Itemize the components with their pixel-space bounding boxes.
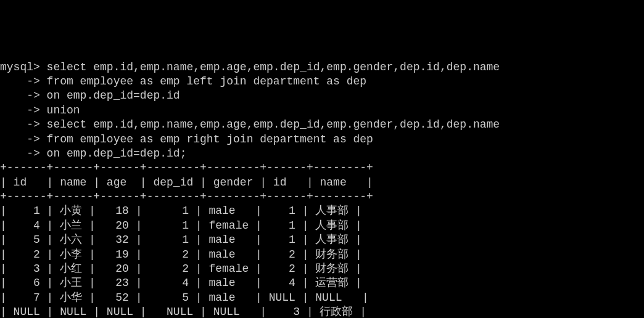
table-border-mid: +------+------+------+--------+--------+… [0, 190, 373, 203]
table-row: | NULL | NULL | NULL | NULL | NULL | 3 |… [0, 306, 366, 318]
continuation-prompt: -> [0, 75, 40, 88]
terminal-output: mysql> select emp.id,emp.name,emp.age,em… [0, 60, 644, 318]
continuation-prompt: -> [0, 133, 40, 145]
query-line-6: from employee as emp right join departme… [40, 133, 373, 145]
table-row: | 1 | 小黄 | 18 | 1 | male | 1 | 人事部 | [0, 205, 362, 217]
table-row: | 6 | 小王 | 23 | 4 | male | 4 | 运营部 | [0, 277, 362, 289]
continuation-prompt: -> [0, 147, 40, 160]
continuation-prompt: -> [0, 104, 40, 116]
table-row: | 7 | 小华 | 52 | 5 | male | NULL | NULL | [0, 292, 369, 304]
table-row: | 4 | 小兰 | 20 | 1 | female | 1 | 人事部 | [0, 219, 362, 232]
table-header-row: | id | name | age | dep_id | gender | id… [0, 176, 373, 189]
table-row: | 3 | 小红 | 20 | 2 | female | 2 | 财务部 | [0, 263, 362, 275]
mysql-prompt: mysql> [0, 61, 40, 73]
query-line-3: on emp.dep_id=dep.id [40, 89, 180, 102]
table-row: | 5 | 小六 | 32 | 1 | male | 1 | 人事部 | [0, 234, 362, 246]
query-line-5: select emp.id,emp.name,emp.age,emp.dep_i… [40, 118, 500, 131]
query-line-7: on emp.dep_id=dep.id; [40, 147, 187, 160]
continuation-prompt: -> [0, 89, 40, 102]
query-line-2: from employee as emp left join departmen… [40, 75, 366, 88]
continuation-prompt: -> [0, 118, 40, 131]
table-border-top: +------+------+------+--------+--------+… [0, 161, 373, 174]
table-row: | 2 | 小李 | 19 | 2 | male | 2 | 财务部 | [0, 248, 362, 261]
query-line-1: select emp.id,emp.name,emp.age,emp.dep_i… [40, 61, 500, 73]
query-line-4: union [40, 104, 80, 116]
